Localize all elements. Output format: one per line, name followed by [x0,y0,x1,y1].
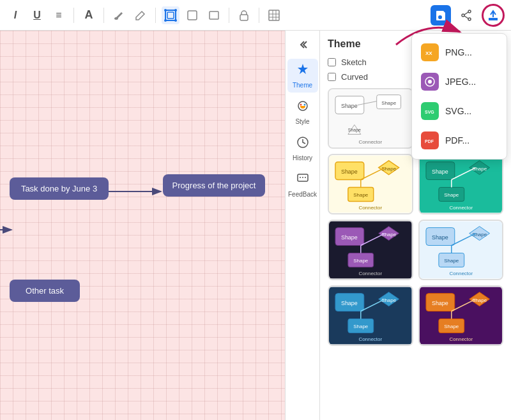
svg-rect-8 [240,15,248,20]
svg-text:Shape: Shape [353,324,369,329]
sidebar-theme-label: Theme [293,82,312,89]
sidebar-item-style[interactable]: Style [287,95,318,129]
sidebar-item-history[interactable]: History [287,131,318,165]
theme-card-4[interactable]: Shape Shape Shape Connector [328,220,413,280]
svg-text:XX: XX [425,50,432,56]
export-button[interactable] [482,4,505,27]
svg-text:Shape: Shape [348,128,361,133]
share-button[interactable] [456,5,477,26]
svg-text:Shape: Shape [341,300,358,306]
side-panel: Theme Style History FeedBack [285,31,319,420]
theme-card-7[interactable]: Shape Shape Shape Connector [418,285,504,346]
sep3 [155,8,156,23]
jpeg-label: JPEG... [445,77,476,87]
sep2 [103,8,104,23]
history-icon [296,135,310,153]
png-icon: XX [421,43,439,61]
export-pdf[interactable]: PDF PDF... [412,126,507,155]
svg-text:Shape: Shape [444,192,459,198]
export-dropdown: XX PNG... JPEG... SVG SVG... PDF PDF... [411,33,507,160]
canvas[interactable]: Task done by June 3 Progress of the proj… [0,31,285,420]
svg-text:Shape: Shape [341,234,358,241]
toolbar: I U ≡ A [0,0,511,31]
svg-text:Connector: Connector [358,271,382,276]
svg-text:Connector: Connector [449,205,473,211]
svg-rect-7 [210,11,218,19]
pdf-icon: PDF [421,131,439,149]
sidebar-item-theme[interactable]: Theme [287,59,318,93]
png-label: PNG... [445,47,472,57]
text-button[interactable]: A [80,6,98,24]
svg-point-4 [164,19,167,22]
theme-icon [296,63,310,80]
italic-button[interactable]: I [6,6,24,24]
node-progress-label: Progress of the project [172,181,256,190]
save-button[interactable] [431,5,451,26]
lock-button[interactable] [235,6,253,24]
svg-text:Shape: Shape [341,169,358,175]
node-task-done-label: Task done by June 3 [21,184,97,193]
curved-checkbox[interactable] [328,73,336,81]
svg-point-35 [305,177,306,178]
svg-text:Connector: Connector [358,139,382,145]
svg-point-14 [468,10,471,13]
underline-button[interactable]: U [28,6,46,24]
brush-button[interactable] [110,6,128,24]
svg-rect-1 [167,12,174,19]
theme-card-2[interactable]: Shape Shape Shape Connector [328,154,413,214]
node-other-task[interactable]: Other task [10,280,80,302]
svg-point-29 [300,104,301,106]
svg-rect-9 [269,10,279,20]
sidebar-style-label: Style [295,118,309,125]
style-icon [296,99,310,116]
svg-point-15 [468,18,471,20]
pdf-label: PDF... [445,135,469,146]
sketch-label: Sketch [341,57,367,67]
theme-card-5[interactable]: Shape Shape Shape Connector [418,220,504,280]
svg-text:PDF: PDF [425,139,434,144]
sep1 [73,8,74,23]
svg-text:Connector: Connector [358,205,382,211]
sep5 [259,8,259,23]
sidebar-feedback-label: FeedBack [288,191,317,198]
sep4 [229,8,229,23]
svg-point-34 [302,177,303,178]
collapse-button[interactable] [293,36,313,54]
svg-text:Shape: Shape [431,234,448,241]
svg-point-5 [174,19,177,22]
rect-button[interactable] [205,6,223,24]
svg-text:Shape: Shape [444,324,459,329]
node-other-task-label: Other task [26,286,64,296]
export-png[interactable]: XX PNG... [412,38,507,67]
svg-text:Shape: Shape [353,192,369,198]
sidebar-item-feedback[interactable]: FeedBack [287,168,318,202]
sketch-checkbox[interactable] [328,58,336,66]
svg-text:SVG: SVG [425,110,434,114]
node-progress[interactable]: Progress of the project [163,174,265,197]
svg-label: SVG... [445,106,471,116]
export-jpeg[interactable]: JPEG... [412,67,507,96]
svg-point-33 [300,177,301,178]
list-button[interactable]: ≡ [50,6,68,24]
crop-button[interactable] [183,6,201,24]
theme-card-3[interactable]: Shape Shape Shape Connector [418,154,504,214]
svg-text:Connector: Connector [358,336,382,342]
feedback-icon [296,172,310,189]
svg-text:Shape: Shape [381,100,397,106]
svg-text:Connector: Connector [449,336,473,342]
table-button[interactable] [265,6,283,24]
pen-button[interactable] [132,6,149,24]
export-svg[interactable]: SVG SVG... [412,96,507,126]
node-task-done[interactable]: Task done by June 3 [10,177,109,200]
svg-point-30 [303,104,305,106]
svg-point-3 [174,9,177,11]
svg-text:Connector: Connector [449,271,473,276]
theme-card-6[interactable]: Shape Shape Shape Connector [328,285,413,346]
select-button[interactable] [162,6,179,24]
theme-card-0[interactable]: Shape Shape Shape Connector [328,88,413,149]
svg-rect-6 [188,11,197,20]
jpeg-icon [421,73,439,91]
curved-label: Curved [341,72,368,82]
toolbar-right [431,4,505,27]
svg-text:Shape: Shape [341,103,358,109]
